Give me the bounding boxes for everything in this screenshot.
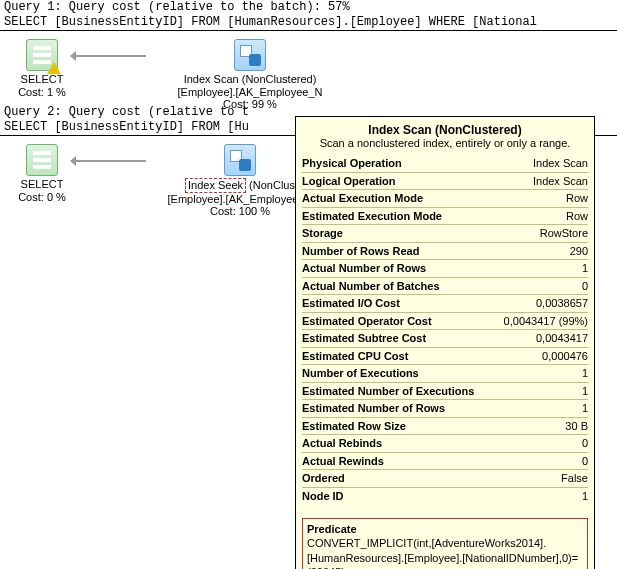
tooltip-row: Logical OperationIndex Scan — [302, 173, 588, 191]
tooltip-row-key: Storage — [302, 225, 343, 242]
tooltip-row-value: 30 B — [565, 418, 588, 435]
tooltip-row-key: Estimated Subtree Cost — [302, 330, 426, 347]
predicate-box: Predicate CONVERT_IMPLICIT(int,[Adventur… — [302, 518, 588, 569]
select-icon — [26, 144, 58, 176]
tooltip-row: Estimated CPU Cost0,000476 — [302, 348, 588, 366]
tooltip-row: Actual Number of Rows1 — [302, 260, 588, 278]
query1-plan: SELECT Cost: 1 % Index Scan (NonClustere… — [0, 31, 617, 105]
tooltip-row-value: 1 — [582, 488, 588, 505]
tooltip-row: Estimated Subtree Cost0,0043417 — [302, 330, 588, 348]
tooltip-row-key: Estimated Number of Rows — [302, 400, 445, 417]
tooltip-row-key: Ordered — [302, 470, 345, 487]
query1-title: Query 1: Query cost (relative to the bat… — [4, 0, 350, 14]
seek-highlight: Index Seek — [185, 178, 246, 193]
tooltip-row-value: Index Scan — [533, 155, 588, 172]
tooltip-row: Estimated I/O Cost0,0038657 — [302, 295, 588, 313]
predicate-label: Predicate — [307, 522, 583, 536]
tooltip-row-value: 1 — [582, 365, 588, 382]
select-label: SELECT — [12, 73, 72, 86]
tooltip-row-value: 1 — [582, 400, 588, 417]
tooltip-row: Estimated Execution ModeRow — [302, 208, 588, 226]
tooltip-row-key: Actual Number of Rows — [302, 260, 426, 277]
tooltip-row-key: Estimated I/O Cost — [302, 295, 400, 312]
tooltip-row-value: 1 — [582, 383, 588, 400]
tooltip-row-key: Actual Execution Mode — [302, 190, 423, 207]
tooltip-row-key: Estimated CPU Cost — [302, 348, 408, 365]
tooltip-row-value: 290 — [570, 243, 588, 260]
tooltip-row-value: 0 — [582, 278, 588, 295]
op-title-rest: (NonClus — [246, 179, 295, 191]
tooltip-row-value: RowStore — [540, 225, 588, 242]
tooltip-row: Actual Rewinds0 — [302, 453, 588, 471]
tooltip-row: Estimated Number of Executions1 — [302, 383, 588, 401]
tooltip-row: Actual Execution ModeRow — [302, 190, 588, 208]
tooltip-row: Number of Rows Read290 — [302, 243, 588, 261]
tooltip-row-value: 0 — [582, 453, 588, 470]
tooltip-row-value: 0,0043417 — [536, 330, 588, 347]
tooltip-row-value: 1 — [582, 260, 588, 277]
op-object: [Employee].[AK_Employee_N — [150, 86, 350, 99]
tooltip-row: Estimated Number of Rows1 — [302, 400, 588, 418]
tooltip-row: Actual Number of Batches0 — [302, 278, 588, 296]
tooltip-title: Index Scan (NonClustered) — [302, 123, 588, 137]
operator-tooltip: Index Scan (NonClustered) Scan a nonclus… — [295, 116, 595, 569]
tooltip-row: Estimated Row Size30 B — [302, 418, 588, 436]
tooltip-row-value: Row — [566, 190, 588, 207]
tooltip-row-key: Number of Rows Read — [302, 243, 419, 260]
tooltip-row: Estimated Operator Cost0,0043417 (99%) — [302, 313, 588, 331]
tooltip-row-value: 0,000476 — [542, 348, 588, 365]
tooltip-row-key: Number of Executions — [302, 365, 419, 382]
warning-icon — [47, 62, 61, 74]
tooltip-row-key: Estimated Execution Mode — [302, 208, 442, 225]
tooltip-row-key: Physical Operation — [302, 155, 402, 172]
tooltip-row-key: Actual Number of Batches — [302, 278, 440, 295]
tooltip-row-value: 0,0043417 (99%) — [504, 313, 588, 330]
tooltip-row-value: False — [561, 470, 588, 487]
tooltip-row: Actual Rebinds0 — [302, 435, 588, 453]
tooltip-row-value: 0,0038657 — [536, 295, 588, 312]
select-cost: Cost: 1 % — [12, 86, 72, 99]
query1-sql: SELECT [BusinessEntityID] FROM [HumanRes… — [4, 15, 537, 29]
tooltip-row-value: 0 — [582, 435, 588, 452]
tooltip-row-key: Actual Rebinds — [302, 435, 382, 452]
query1-indexscan-node[interactable]: Index Scan (NonClustered) [Employee].[AK… — [150, 39, 350, 111]
tooltip-row: Number of Executions1 — [302, 365, 588, 383]
tooltip-row: StorageRowStore — [302, 225, 588, 243]
tooltip-row-value: Row — [566, 208, 588, 225]
tooltip-row-key: Estimated Operator Cost — [302, 313, 432, 330]
select-label: SELECT — [12, 178, 72, 191]
tooltip-subtitle: Scan a nonclustered index, entirely or o… — [302, 137, 588, 149]
query2-sql: SELECT [BusinessEntityID] FROM [Hu — [4, 120, 249, 134]
tooltip-row: OrderedFalse — [302, 470, 588, 488]
arrow-icon — [76, 160, 146, 162]
tooltip-row-key: Estimated Number of Executions — [302, 383, 474, 400]
query1-select-node[interactable]: SELECT Cost: 1 % — [12, 39, 72, 98]
select-icon — [26, 39, 58, 71]
index-scan-icon — [234, 39, 266, 71]
op-cost: Cost: 99 % — [150, 98, 350, 111]
arrow-icon — [76, 55, 146, 57]
tooltip-row-key: Estimated Row Size — [302, 418, 406, 435]
tooltip-row-value: Index Scan — [533, 173, 588, 190]
index-seek-icon — [224, 144, 256, 176]
predicate-text: CONVERT_IMPLICIT(int,[AdventureWorks2014… — [307, 536, 583, 569]
tooltip-row-key: Node ID — [302, 488, 344, 505]
query2-select-node[interactable]: SELECT Cost: 0 % — [12, 144, 72, 203]
query1-header: Query 1: Query cost (relative to the bat… — [0, 0, 617, 31]
op-title: Index Scan (NonClustered) — [150, 73, 350, 86]
select-cost: Cost: 0 % — [12, 191, 72, 204]
tooltip-row: Physical OperationIndex Scan — [302, 155, 588, 173]
tooltip-row-key: Logical Operation — [302, 173, 396, 190]
tooltip-properties: Physical OperationIndex ScanLogical Oper… — [302, 155, 588, 504]
tooltip-row: Node ID1 — [302, 488, 588, 505]
tooltip-row-key: Actual Rewinds — [302, 453, 384, 470]
